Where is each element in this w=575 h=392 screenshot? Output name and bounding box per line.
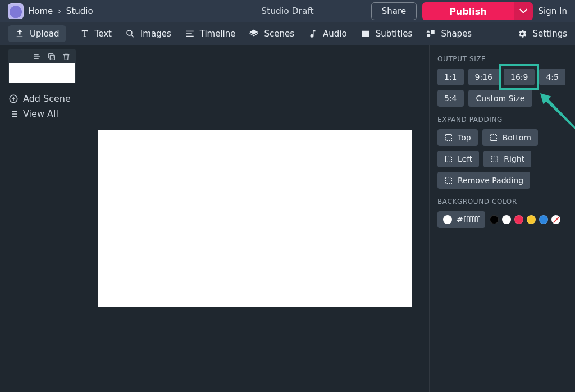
search-icon — [125, 29, 135, 39]
ratio-16-9[interactable]: 16:9 — [504, 69, 535, 85]
padding-left-label: Left — [458, 154, 472, 163]
svg-rect-5 — [446, 135, 452, 141]
padding-top-label: Top — [458, 133, 471, 142]
swatch-red[interactable] — [514, 215, 523, 224]
swatch-none[interactable] — [551, 215, 560, 224]
sign-in-link[interactable]: Sign In — [539, 6, 567, 16]
tool-upload[interactable]: Upload — [8, 25, 66, 42]
tool-shapes-label: Shapes — [441, 29, 472, 39]
app-avatar[interactable] — [8, 3, 24, 19]
chevron-down-icon — [521, 7, 526, 16]
expand-padding-options: Top Bottom Left Right — [437, 129, 567, 189]
background-color-title: BACKGROUND COLOR — [437, 198, 567, 206]
swatch-yellow[interactable] — [527, 215, 536, 224]
upload-icon — [15, 29, 25, 39]
scene-rename-icon[interactable] — [33, 52, 42, 61]
padding-left-icon — [444, 154, 453, 163]
svg-rect-7 — [446, 156, 452, 162]
output-size-options: 1:1 9:16 16:9 4:5 5:4 Custom Size — [437, 69, 567, 107]
swatch-white[interactable] — [502, 215, 511, 224]
tool-shapes[interactable]: Shapes — [426, 29, 472, 39]
breadcrumb-separator: › — [58, 6, 61, 16]
layers-icon — [249, 29, 259, 39]
subtitles-icon — [360, 29, 371, 39]
tool-subtitles[interactable]: Subtitles — [360, 29, 413, 39]
scene-thumbnail[interactable] — [8, 49, 76, 83]
breadcrumb: Home › Studio — [28, 6, 93, 16]
page-title: Studio Draft — [261, 6, 313, 16]
scene-duplicate-icon[interactable] — [47, 52, 56, 61]
tool-scenes[interactable]: Scenes — [249, 29, 294, 39]
padding-top-icon — [444, 133, 453, 142]
padding-right-button[interactable]: Right — [483, 151, 531, 167]
svg-point-1 — [427, 34, 431, 37]
svg-point-0 — [127, 30, 132, 35]
gear-icon — [517, 29, 527, 39]
scene-delete-icon[interactable] — [62, 52, 71, 61]
publish-group: Publish — [422, 2, 532, 20]
color-swatches — [490, 215, 560, 224]
background-color-input[interactable]: #ffffff — [437, 211, 485, 228]
tool-text-label: Text — [95, 29, 112, 39]
timeline-icon — [185, 29, 195, 39]
tool-audio[interactable]: Audio — [308, 29, 347, 39]
svg-rect-9 — [446, 177, 452, 184]
scene-thumbnail-actions — [9, 50, 75, 63]
padding-left-button[interactable]: Left — [437, 151, 479, 167]
scene-thumbnail-preview — [9, 63, 75, 83]
ratio-4-5[interactable]: 4:5 — [539, 69, 565, 85]
svg-rect-8 — [492, 156, 498, 162]
scenes-sidebar: Add Scene View All — [0, 45, 76, 392]
publish-dropdown-button[interactable] — [514, 2, 533, 20]
publish-button[interactable]: Publish — [422, 2, 513, 20]
ratio-9-16[interactable]: 9:16 — [468, 69, 499, 85]
padding-bottom-label: Bottom — [503, 133, 531, 142]
remove-padding-button[interactable]: Remove Padding — [437, 172, 530, 189]
tool-images-label: Images — [140, 29, 171, 39]
view-all-button[interactable]: View All — [8, 108, 76, 119]
expand-padding-title: EXPAND PADDING — [437, 116, 567, 124]
svg-rect-3 — [49, 54, 53, 58]
padding-bottom-icon — [489, 133, 498, 142]
svg-rect-6 — [490, 135, 496, 141]
breadcrumb-home-link[interactable]: Home — [28, 6, 53, 16]
svg-rect-2 — [50, 55, 54, 60]
output-size-title: OUTPUT SIZE — [437, 55, 567, 63]
tool-timeline-label: Timeline — [200, 29, 236, 39]
list-icon — [8, 109, 19, 119]
main-toolbar: Upload Text Images Timeline Scenes Audio — [0, 22, 575, 45]
text-icon — [80, 29, 90, 39]
tool-settings[interactable]: Settings — [517, 29, 567, 39]
topbar: Home › Studio Studio Draft Share Publish… — [0, 0, 575, 22]
main-area: Add Scene View All OUTPUT SIZE 1:1 9:16 … — [0, 45, 575, 392]
shapes-icon — [426, 29, 436, 39]
breadcrumb-studio: Studio — [66, 6, 93, 16]
tool-audio-label: Audio — [323, 29, 347, 39]
view-all-label: View All — [23, 108, 58, 119]
background-color-swatch-icon — [443, 215, 452, 224]
padding-right-icon — [490, 154, 499, 163]
remove-padding-icon — [444, 176, 453, 185]
add-scene-button[interactable]: Add Scene — [8, 93, 76, 104]
tool-text[interactable]: Text — [80, 29, 112, 39]
tool-subtitles-label: Subtitles — [376, 29, 413, 39]
padding-bottom-button[interactable]: Bottom — [482, 129, 538, 146]
remove-padding-label: Remove Padding — [458, 176, 523, 185]
ratio-1-1[interactable]: 1:1 — [437, 69, 464, 85]
tool-timeline[interactable]: Timeline — [185, 29, 236, 39]
padding-right-label: Right — [504, 154, 524, 163]
swatch-black[interactable] — [490, 215, 499, 224]
ratio-5-4[interactable]: 5:4 — [437, 90, 464, 107]
music-note-icon — [308, 29, 318, 39]
canvas-area[interactable] — [76, 45, 429, 392]
settings-panel: OUTPUT SIZE 1:1 9:16 16:9 4:5 5:4 Custom… — [429, 45, 575, 392]
tool-images[interactable]: Images — [125, 29, 171, 39]
add-scene-label: Add Scene — [23, 93, 71, 104]
padding-top-button[interactable]: Top — [437, 129, 478, 146]
canvas[interactable] — [98, 130, 412, 307]
custom-size-button[interactable]: Custom Size — [468, 90, 533, 107]
share-button[interactable]: Share — [371, 2, 417, 20]
swatch-blue[interactable] — [539, 215, 548, 224]
background-color-row: #ffffff — [437, 211, 567, 228]
tool-settings-label: Settings — [532, 29, 567, 39]
